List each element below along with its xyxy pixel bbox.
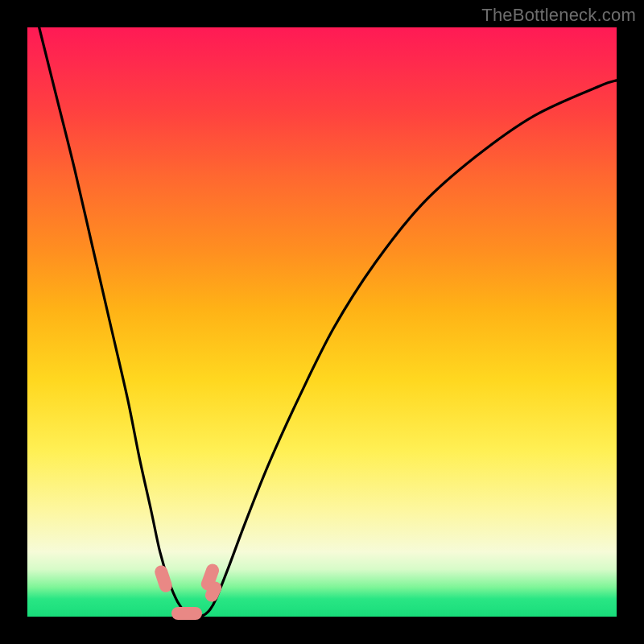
chart-frame: TheBottleneck.com — [0, 0, 644, 644]
data-marker — [171, 607, 202, 620]
bottleneck-curve — [39, 27, 617, 617]
watermark-text: TheBottleneck.com — [481, 5, 636, 26]
curve-svg — [27, 27, 617, 617]
plot-area — [27, 27, 617, 617]
